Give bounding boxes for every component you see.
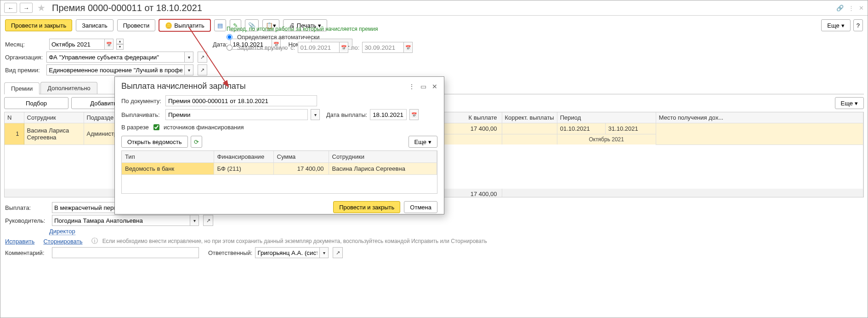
mcell-fin: БФ (211): [214, 163, 273, 175]
responsible-label: Ответственный:: [208, 249, 252, 256]
info-icon: ⓘ: [91, 237, 98, 245]
modal-more-button[interactable]: Еще ▾: [408, 136, 437, 148]
pick-button[interactable]: Подбор: [4, 97, 68, 109]
month-up-button[interactable]: ▲: [116, 39, 124, 44]
comment-label: Комментарий:: [5, 249, 49, 256]
cell-correction: [502, 123, 557, 134]
cell-employee: Васина Лариса Сергеевна: [24, 123, 84, 145]
period-to-input: [362, 42, 403, 53]
chevron-down-icon[interactable]: ▾: [184, 52, 193, 63]
modal-section-label: В разрезе: [121, 124, 149, 131]
cell-period-name: Октябрь 2021: [557, 134, 656, 145]
date-label: Дата:: [213, 41, 227, 48]
head-label: Руководитель:: [5, 217, 49, 224]
mcol-type: Тип: [122, 151, 214, 163]
main-toolbar: Провести и закрыть Записать Провести 🪙 В…: [0, 16, 868, 35]
more-button[interactable]: Еще ▾: [821, 19, 850, 31]
month-input[interactable]: [49, 39, 104, 50]
to-label: по:: [351, 44, 359, 51]
payment-input[interactable]: [52, 202, 116, 213]
calendar-icon: 📅: [403, 42, 413, 53]
chevron-down-icon: ▾: [428, 139, 431, 145]
modal-pay-label: Выплачивать:: [121, 111, 163, 118]
tab-premii[interactable]: Премии: [4, 82, 40, 94]
grid-more-label: Еще: [841, 100, 853, 107]
from-label: с:: [290, 44, 295, 51]
modal-post-close-button[interactable]: Провести и закрыть: [333, 201, 400, 213]
link-icon[interactable]: 🔗: [836, 5, 844, 12]
chevron-down-icon[interactable]: ▾: [311, 109, 320, 120]
comment-input[interactable]: [52, 247, 199, 258]
fix-hint: Если необходимо внести исправление, но п…: [102, 238, 487, 244]
favorite-icon[interactable]: ★: [37, 2, 45, 13]
cell-topay: 17 400,00: [442, 123, 502, 134]
month-label: Месяц:: [5, 41, 46, 48]
pay-button-label: Выплатить: [174, 22, 204, 29]
nav-back-button[interactable]: ←: [4, 3, 17, 13]
modal-menu-icon[interactable]: ⋮: [408, 83, 415, 90]
modal-doc-input[interactable]: [165, 95, 317, 106]
nav-forward-button[interactable]: →: [20, 3, 33, 13]
close-icon[interactable]: ✕: [859, 5, 864, 12]
modal-title: Выплата начисленной зарплаты: [121, 81, 246, 91]
org-label: Организация:: [5, 54, 44, 61]
period-manual-radio[interactable]: [227, 45, 233, 51]
storno-link[interactable]: Сторнировать: [43, 238, 82, 245]
period-from-input: [298, 42, 339, 53]
modal-pay-input[interactable]: [165, 109, 308, 120]
window-menu-icon[interactable]: ⋮: [848, 5, 854, 12]
responsible-input[interactable]: [255, 247, 319, 258]
write-button[interactable]: Записать: [76, 19, 113, 31]
coins-icon: 🪙: [165, 22, 172, 29]
cell-n: 1: [5, 123, 24, 145]
payment-modal: Выплата начисленной зарплаты ⋮ ▭ ✕ По до…: [114, 76, 444, 214]
modal-grid[interactable]: Тип Финансирование Сумма Сотрудники Ведо…: [121, 150, 437, 194]
open-kind-button[interactable]: ↗: [198, 64, 207, 75]
mcol-fin: Финансирование: [214, 151, 273, 163]
modal-cancel-button[interactable]: Отмена: [404, 201, 437, 213]
report-button[interactable]: ▤: [214, 19, 226, 31]
payment-label: Выплата:: [5, 204, 49, 211]
modal-doc-label: По документу:: [121, 98, 163, 104]
open-org-button[interactable]: ↗: [198, 52, 207, 63]
period-auto-label: Определяется автоматически: [237, 34, 320, 40]
modal-maximize-icon[interactable]: ▭: [420, 83, 426, 90]
head-position-link[interactable]: Директор: [49, 228, 75, 235]
col-topay: К выплате: [442, 112, 502, 123]
help-button[interactable]: ?: [853, 19, 863, 31]
post-button[interactable]: Провести: [117, 19, 156, 31]
refresh-button[interactable]: ⟳: [191, 136, 202, 148]
kind-input[interactable]: [46, 64, 184, 75]
grid-more-button[interactable]: Еще ▾: [835, 97, 864, 109]
org-input[interactable]: [46, 52, 184, 63]
mcell-sum: 17 400,00: [273, 163, 329, 175]
tab-dop[interactable]: Дополнительно: [40, 82, 97, 94]
period-auto-radio[interactable]: [227, 34, 233, 40]
modal-close-icon[interactable]: ✕: [432, 83, 437, 90]
kind-label: Вид премии:: [5, 67, 44, 74]
period-title: Период, по итогам работы за который начи…: [227, 26, 413, 32]
chevron-down-icon[interactable]: ▾: [319, 247, 329, 258]
more-label: Еще: [827, 22, 839, 29]
chevron-down-icon[interactable]: ▾: [184, 64, 193, 75]
open-responsible-button[interactable]: ↗: [333, 247, 343, 258]
calendar-icon[interactable]: 📅: [104, 39, 113, 50]
modal-sources-checkbox[interactable]: [153, 124, 159, 130]
pay-button[interactable]: 🪙 Выплатить: [159, 19, 210, 31]
period-manual-label: Задается вручную: [237, 44, 288, 51]
mcell-type: Ведомость в банк: [122, 163, 214, 175]
cell-period-start: 01.10.2021: [557, 123, 605, 134]
calendar-icon: 📅: [339, 42, 348, 53]
modal-date-input[interactable]: [370, 109, 407, 120]
mcol-emp: Сотрудники: [329, 151, 437, 163]
col-period: Период: [557, 112, 656, 123]
modal-table-row[interactable]: Ведомость в банк БФ (211) 17 400,00 Васи…: [122, 163, 437, 175]
post-close-button[interactable]: Провести и закрыть: [5, 19, 72, 31]
chevron-down-icon: ▾: [855, 100, 858, 107]
mcol-sum: Сумма: [273, 151, 329, 163]
calendar-icon[interactable]: 📅: [409, 109, 419, 120]
open-statement-button[interactable]: Открыть ведомость: [121, 136, 188, 148]
month-down-button[interactable]: ▼: [116, 44, 124, 50]
fix-link[interactable]: Исправить: [5, 238, 34, 245]
col-employee: Сотрудник: [24, 112, 84, 123]
